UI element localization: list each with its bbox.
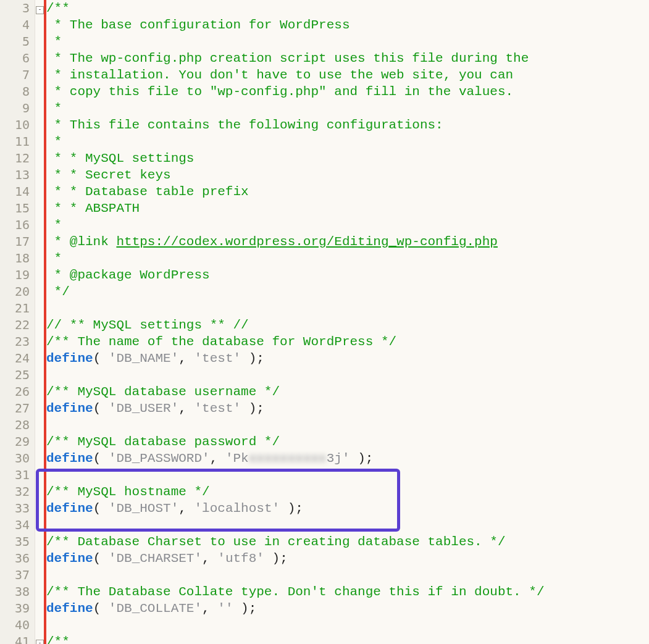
line-number: 32 — [0, 485, 35, 502]
code-line[interactable]: /** The name of the database for WordPre… — [46, 335, 649, 352]
line-number: 40 — [0, 619, 35, 635]
line-number: 28 — [0, 419, 35, 435]
line-number: 19 — [0, 269, 35, 285]
code-line[interactable] — [46, 569, 649, 585]
fold-toggle-icon[interactable]: - — [36, 640, 44, 644]
code-line[interactable]: /** MySQL database username */ — [46, 385, 649, 402]
line-number: 21 — [0, 302, 35, 319]
code-line[interactable]: /** — [46, 635, 649, 644]
code-line[interactable]: define( 'DB_HOST', 'localhost' ); — [46, 502, 649, 519]
line-number: 41 — [0, 635, 35, 644]
line-number: 39 — [0, 602, 35, 619]
code-line[interactable]: define( 'DB_PASSWORD', 'Pkxxxxxxxxxx3j' … — [46, 452, 649, 469]
code-line[interactable]: * * MySQL settings — [46, 152, 649, 169]
line-number: 3 — [0, 2, 35, 19]
line-number: 27 — [0, 402, 35, 419]
code-line[interactable]: define( 'DB_NAME', 'test' ); — [46, 352, 649, 369]
line-number: 35 — [0, 535, 35, 552]
line-number: 8 — [0, 85, 35, 102]
code-line[interactable]: * installation. You don't have to use th… — [46, 69, 649, 85]
line-number: 33 — [0, 502, 35, 519]
code-line[interactable]: * The base configuration for WordPress — [46, 19, 649, 35]
code-line[interactable]: * @package WordPress — [46, 269, 649, 285]
line-number: 25 — [0, 369, 35, 385]
code-line[interactable]: // ** MySQL settings ** // — [46, 319, 649, 335]
line-number: 36 — [0, 552, 35, 569]
line-number: 37 — [0, 569, 35, 585]
code-line[interactable]: * — [46, 102, 649, 119]
line-number: 38 — [0, 585, 35, 602]
code-line[interactable]: * — [46, 135, 649, 152]
line-number: 6 — [0, 52, 35, 69]
code-line[interactable]: * The wp-config.php creation script uses… — [46, 52, 649, 69]
line-number: 23 — [0, 335, 35, 352]
code-line[interactable] — [46, 369, 649, 385]
line-number: 30 — [0, 452, 35, 469]
line-number: 22 — [0, 319, 35, 335]
code-line[interactable] — [46, 469, 649, 485]
code-editor: 3456789101112131415161718192021222324252… — [0, 0, 649, 644]
code-line[interactable]: * * ABSPATH — [46, 202, 649, 219]
code-line[interactable]: * — [46, 219, 649, 235]
code-line[interactable]: /** MySQL database password */ — [46, 435, 649, 452]
code-line[interactable]: * @link https://codex.wordpress.org/Edit… — [46, 235, 649, 252]
code-line[interactable] — [46, 619, 649, 635]
code-line[interactable] — [46, 419, 649, 435]
line-number: 34 — [0, 519, 35, 535]
fold-toggle-icon[interactable]: - — [36, 6, 44, 14]
line-number: 18 — [0, 252, 35, 269]
line-number: 5 — [0, 35, 35, 52]
code-line[interactable] — [46, 302, 649, 319]
code-line[interactable]: */ — [46, 285, 649, 302]
line-number: 17 — [0, 235, 35, 252]
fold-column: -- — [35, 0, 44, 644]
code-line[interactable]: define( 'DB_USER', 'test' ); — [46, 402, 649, 419]
code-line[interactable]: /** The Database Collate type. Don't cha… — [46, 585, 649, 602]
doc-link[interactable]: https://codex.wordpress.org/Editing_wp-c… — [116, 235, 498, 249]
code-line[interactable]: /** MySQL hostname */ — [46, 485, 649, 502]
line-number: 11 — [0, 135, 35, 152]
line-number: 12 — [0, 152, 35, 169]
code-line[interactable]: /** Database Charset to use in creating … — [46, 535, 649, 552]
line-number: 20 — [0, 285, 35, 302]
line-number: 9 — [0, 102, 35, 119]
code-line[interactable]: * — [46, 252, 649, 269]
code-line[interactable]: * * Secret keys — [46, 169, 649, 185]
code-line[interactable]: * copy this file to "wp-config.php" and … — [46, 85, 649, 102]
line-number: 31 — [0, 469, 35, 485]
code-line[interactable] — [46, 519, 649, 535]
line-number: 4 — [0, 19, 35, 35]
code-line[interactable]: define( 'DB_CHARSET', 'utf8' ); — [46, 552, 649, 569]
line-number: 14 — [0, 185, 35, 202]
code-line[interactable]: * This file contains the following confi… — [46, 119, 649, 135]
line-number: 15 — [0, 202, 35, 219]
line-number: 7 — [0, 69, 35, 85]
line-number: 24 — [0, 352, 35, 369]
redacted-password: xxxxxxxxxx — [249, 451, 327, 466]
code-area[interactable]: /** * The base configuration for WordPre… — [46, 0, 649, 644]
line-number: 13 — [0, 169, 35, 185]
line-number: 29 — [0, 435, 35, 452]
line-number: 16 — [0, 219, 35, 235]
line-number-gutter: 3456789101112131415161718192021222324252… — [0, 0, 35, 644]
code-line[interactable]: * * Database table prefix — [46, 185, 649, 202]
code-line[interactable]: define( 'DB_COLLATE', '' ); — [46, 602, 649, 619]
line-number: 26 — [0, 385, 35, 402]
code-line[interactable]: * — [46, 35, 649, 52]
line-number: 10 — [0, 119, 35, 135]
code-line[interactable]: /** — [46, 2, 649, 19]
